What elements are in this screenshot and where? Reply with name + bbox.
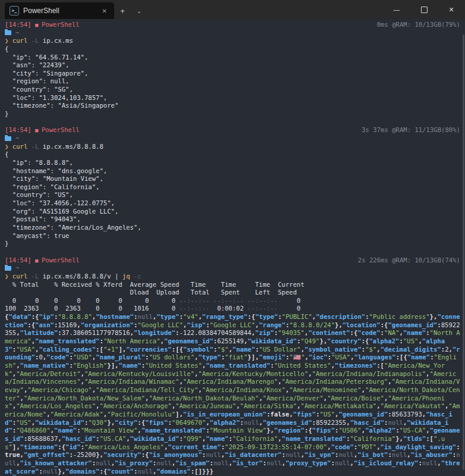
shell-icon: ■ <box>35 22 42 28</box>
close-icon: ✕ <box>102 8 107 14</box>
output-line: "loc": "37.4056,-122.0775", <box>5 199 460 208</box>
cwd-line: ~ <box>5 29 460 37</box>
scrollbar[interactable] <box>463 35 464 470</box>
timestamp: [14:54] <box>5 126 35 133</box>
block-header: [14:54] ■ PowerShell0ms @RAM: 10/13GB(79… <box>5 21 460 29</box>
output-line: "country": "SG", <box>5 86 460 94</box>
plus-icon: + <box>120 7 125 15</box>
timestamp: [14:54] <box>5 256 35 264</box>
block-header-left: [14:54] ■ PowerShell <box>5 256 80 265</box>
minimize-button[interactable]: — <box>383 0 410 19</box>
shell-name: PowerShell <box>42 126 80 133</box>
cwd-line: ~ <box>5 134 460 143</box>
cwd-line: ~ <box>5 264 460 273</box>
prompt-block: [14:54] ■ PowerShell3s 37ms @RAM: 11/13G… <box>5 126 460 248</box>
output-line: "anycast": true <box>5 232 460 240</box>
shell-icon: ■ <box>35 127 42 133</box>
command-line: ❯ curl -L ip.cx.ms <box>5 37 460 45</box>
folder-icon <box>5 136 11 141</box>
timestamp: [14:54] <box>5 21 35 28</box>
output-line: 0 0 0 0 0 0 0 0 --:--:-- --:--:-- --:--:… <box>5 297 460 305</box>
command-line: ❯ curl -L ip.cx.ms/8.8.8.8/v | jq -c <box>5 273 460 281</box>
terminal-content[interactable]: [14:54] ■ PowerShell0ms @RAM: 10/13GB(79… <box>0 19 465 476</box>
maximize-icon <box>421 7 428 13</box>
chevron-down-icon: ⌄ <box>137 8 142 14</box>
output-line: Dload Upload Total Spent Left Speed <box>5 289 460 297</box>
output-line: "postal": "94043", <box>5 215 460 224</box>
close-button[interactable]: ✕ <box>438 0 465 19</box>
close-icon: ✕ <box>448 6 454 14</box>
output-line: "region": "California", <box>5 183 460 192</box>
shell-icon: ■ <box>35 258 42 264</box>
output-line: } <box>5 110 460 118</box>
output-line: "loc": "1.3024,103.7857", <box>5 94 460 102</box>
shell-name: PowerShell <box>42 256 80 264</box>
jq-json-output: {"data":{"ip":"8.8.8.8","hostname":null,… <box>5 313 460 475</box>
duration-ram-stats: 3s 37ms @RAM: 11/13GB(80%) <box>362 126 460 134</box>
output-line: { <box>5 151 460 159</box>
cwd-path: ~ <box>15 134 19 143</box>
output-line: "timezone": "Asia/Singapore" <box>5 102 460 110</box>
duration-ram-stats: 0ms @RAM: 10/13GB(79%) <box>377 21 460 29</box>
output-line: "city": "Mountain View", <box>5 175 460 183</box>
tab-dropdown-button[interactable]: ⌄ <box>131 2 147 19</box>
powershell-tab[interactable]: >_ PowerShell ✕ <box>5 2 114 19</box>
prompt-block: [14:54] ■ PowerShell2s 226ms @RAM: 10/13… <box>5 256 460 476</box>
shell-name: PowerShell <box>42 21 80 28</box>
cwd-path: ~ <box>15 264 19 273</box>
block-header-left: [14:54] ■ PowerShell <box>5 21 80 29</box>
powershell-icon: >_ <box>10 6 19 15</box>
output-line: } <box>5 240 460 248</box>
prompt-block: [14:54] ■ PowerShell0ms @RAM: 10/13GB(79… <box>5 21 460 118</box>
tab-title: PowerShell <box>23 7 96 15</box>
output-line: "org": "AS15169 Google LLC", <box>5 208 460 216</box>
tab-close-button[interactable]: ✕ <box>100 7 109 15</box>
new-tab-button[interactable]: + <box>114 2 131 19</box>
output-line: "city": "Singapore", <box>5 70 460 78</box>
output-line: "asn": "22439", <box>5 61 460 70</box>
maximize-button[interactable] <box>410 0 438 19</box>
duration-ram-stats: 2s 226ms @RAM: 10/13GB(74%) <box>358 256 460 265</box>
output-line: "country": "US", <box>5 191 460 199</box>
output-line: "ip": "64.56.71.14", <box>5 54 460 62</box>
output-line: "timezone": "America/Los_Angeles", <box>5 224 460 232</box>
output-line: { <box>5 45 460 54</box>
cwd-path: ~ <box>15 29 19 37</box>
titlebar-drag-area <box>147 0 383 19</box>
block-header-left: [14:54] ■ PowerShell <box>5 126 80 134</box>
block-header: [14:54] ■ PowerShell3s 37ms @RAM: 11/13G… <box>5 126 460 134</box>
output-line: "ip": "8.8.8.8", <box>5 159 460 167</box>
window-titlebar: >_ PowerShell ✕ + ⌄ — ✕ <box>0 0 465 19</box>
command-line: ❯ curl -L ip.cx.ms/8.8.8.8 <box>5 143 460 151</box>
output-line: 100 2363 0 2363 0 0 1016 0 --:--:-- 0:00… <box>5 305 460 313</box>
output-line: "region": null, <box>5 77 460 86</box>
minimize-icon: — <box>394 6 400 13</box>
output-line: % Total % Received % Xferd Average Speed… <box>5 281 460 289</box>
folder-icon <box>5 30 11 35</box>
output-line: "hostname": "dns.google", <box>5 167 460 176</box>
folder-icon <box>5 266 11 271</box>
block-header: [14:54] ■ PowerShell2s 226ms @RAM: 10/13… <box>5 256 460 265</box>
